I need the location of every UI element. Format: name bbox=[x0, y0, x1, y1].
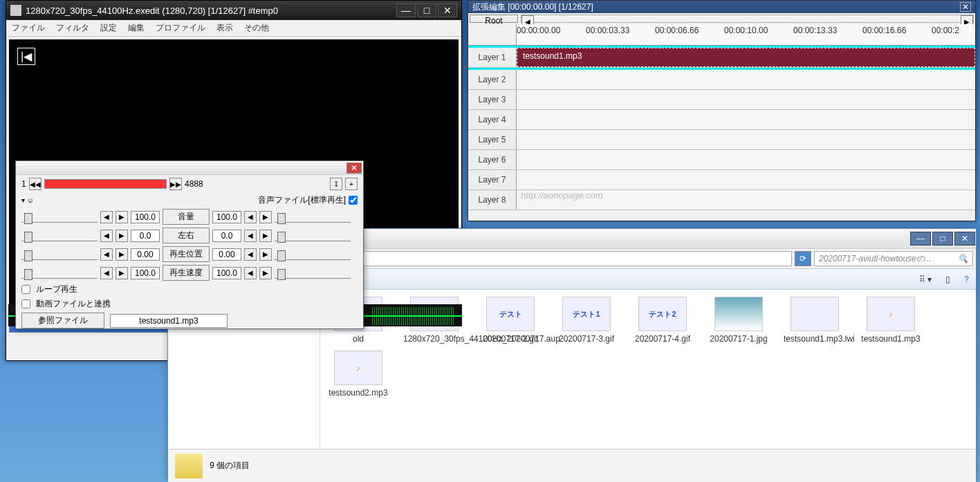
pos-slider-right[interactable] bbox=[275, 249, 351, 260]
audio-enable-checkbox[interactable] bbox=[349, 196, 358, 205]
volume-label-button[interactable]: 音量 bbox=[163, 209, 210, 225]
timeline-close-button[interactable]: ✕ bbox=[960, 2, 971, 12]
pan-label-button[interactable]: 左右 bbox=[163, 228, 210, 243]
layer-1-label[interactable]: Layer 1 bbox=[468, 48, 517, 67]
volume-inc-r-button[interactable]: ▶ bbox=[259, 211, 272, 223]
dialog-close-button[interactable]: ✕ bbox=[346, 163, 362, 174]
speed-inc-button[interactable]: ▶ bbox=[115, 267, 128, 279]
search-input[interactable]: 20200717-aviutl-howtouseの...🔍 bbox=[814, 251, 973, 266]
reference-file-button[interactable]: 参照ファイル bbox=[21, 313, 104, 328]
pan-slider-right[interactable] bbox=[275, 230, 351, 241]
speed-slider-right[interactable] bbox=[275, 268, 351, 279]
menu-filter[interactable]: フィルタ bbox=[56, 22, 89, 34]
link-checkbox[interactable] bbox=[21, 299, 30, 308]
menu-view[interactable]: 表示 bbox=[216, 22, 233, 34]
menu-file[interactable]: ファイル bbox=[12, 22, 45, 34]
layer-8-label[interactable]: Layer 8 bbox=[468, 190, 517, 210]
pos-slider-left[interactable] bbox=[21, 249, 98, 260]
ruler-spacer bbox=[468, 24, 517, 45]
layer-5-label[interactable]: Layer 5 bbox=[468, 130, 517, 149]
pos-value[interactable]: 0.00 bbox=[131, 248, 160, 261]
pos-inc-r-button[interactable]: ▶ bbox=[259, 248, 272, 261]
volume-dec-r-button[interactable]: ◀ bbox=[244, 211, 257, 223]
audio-clip[interactable]: testsound1.mp3 bbox=[517, 48, 975, 67]
explorer-maximize-button[interactable]: □ bbox=[932, 232, 953, 245]
timeline-titlebar[interactable]: 拡張編集 [00:00:00.00] [1/12627] ✕ bbox=[468, 1, 975, 13]
pos-inc-button[interactable]: ▶ bbox=[115, 248, 128, 261]
root-button[interactable]: Root bbox=[470, 15, 518, 23]
maximize-button[interactable]: □ bbox=[417, 3, 436, 17]
layer-4-track[interactable] bbox=[517, 110, 975, 129]
refresh-button[interactable]: ⟳ bbox=[795, 251, 811, 266]
layer-4-label[interactable]: Layer 4 bbox=[468, 110, 517, 129]
layer-2-label[interactable]: Layer 2 bbox=[468, 70, 517, 89]
volume-value-r[interactable]: 100.0 bbox=[212, 211, 241, 223]
volume-dec-button[interactable]: ◀ bbox=[100, 211, 113, 223]
layer-2-track[interactable] bbox=[517, 70, 975, 89]
menu-other[interactable]: その他 bbox=[244, 22, 269, 34]
pan-inc-r-button[interactable]: ▶ bbox=[259, 230, 272, 242]
file-item[interactable]: テスト120200717-3.gif bbox=[555, 297, 618, 344]
pos-label-button[interactable]: 再生位置 bbox=[163, 246, 210, 262]
file-thumb: テスト bbox=[486, 297, 535, 331]
add-button[interactable]: + bbox=[345, 178, 358, 190]
clip-frame-bar[interactable] bbox=[44, 179, 167, 189]
pan-slider-left[interactable] bbox=[21, 230, 98, 241]
tick-4: 00:00:13.33 bbox=[793, 26, 837, 35]
speed-dec-r-button[interactable]: ◀ bbox=[244, 267, 257, 279]
file-item[interactable]: 20200717-1.jpg bbox=[708, 297, 770, 344]
layer-6-label[interactable]: Layer 6 bbox=[468, 150, 517, 169]
speed-value-r[interactable]: 100.0 bbox=[212, 267, 241, 279]
layer-3-label[interactable]: Layer 3 bbox=[468, 90, 517, 109]
volume-slider-right[interactable] bbox=[275, 212, 351, 223]
layer-8-track[interactable]: http://aonopage.com bbox=[517, 190, 975, 210]
volume-value[interactable]: 100.0 bbox=[131, 211, 160, 223]
layer-5-track[interactable] bbox=[517, 130, 975, 149]
file-name: testsound1.mp3 bbox=[860, 334, 922, 344]
timeline-title: 拡張編集 [00:00:00.00] [1/12627] bbox=[472, 1, 593, 13]
layer-7-label[interactable]: Layer 7 bbox=[468, 170, 517, 189]
speed-inc-r-button[interactable]: ▶ bbox=[259, 267, 272, 279]
pan-inc-button[interactable]: ▶ bbox=[115, 230, 128, 242]
pan-dec-button[interactable]: ◀ bbox=[100, 230, 113, 242]
layer-1-track[interactable]: testsound1.mp3 bbox=[517, 48, 975, 67]
file-item[interactable]: テスト220200717-4.gif bbox=[631, 297, 694, 344]
file-item[interactable]: ♪testsound1.mp3 bbox=[860, 297, 922, 344]
pos-dec-button[interactable]: ◀ bbox=[100, 248, 113, 261]
close-button[interactable]: ✕ bbox=[438, 3, 457, 17]
frame-start-back-button[interactable]: ◀◀ bbox=[29, 178, 41, 190]
file-item[interactable]: ♪testsound2.mp3 bbox=[327, 351, 389, 398]
file-item[interactable]: テスト20200717-2.gif bbox=[479, 297, 542, 344]
volume-slider-left[interactable] bbox=[21, 212, 98, 223]
pan-dec-r-button[interactable]: ◀ bbox=[244, 230, 257, 242]
minimize-button[interactable]: — bbox=[396, 3, 416, 17]
layer-6-track[interactable] bbox=[517, 150, 975, 169]
view-options-icon[interactable]: ⠿ ▾ bbox=[919, 275, 932, 284]
file-item[interactable]: testsound1.mp3.lwi bbox=[784, 297, 846, 344]
preview-pane-icon[interactable]: ▯ bbox=[945, 275, 950, 284]
explorer-minimize-button[interactable]: — bbox=[910, 232, 931, 245]
loop-checkbox[interactable] bbox=[21, 285, 30, 294]
speed-value[interactable]: 100.0 bbox=[131, 267, 160, 279]
frame-end-fwd-button[interactable]: ▶▶ bbox=[169, 178, 182, 190]
menu-profile[interactable]: プロファイル bbox=[156, 22, 205, 34]
speed-label-button[interactable]: 再生速度 bbox=[163, 265, 210, 281]
pan-value-r[interactable]: 0.0 bbox=[212, 230, 241, 242]
pos-value-r[interactable]: 0.00 bbox=[212, 248, 241, 261]
rewind-marker-icon[interactable]: |◀ bbox=[17, 48, 35, 65]
layer-down-button[interactable]: ↧ bbox=[330, 178, 342, 190]
dialog-titlebar[interactable]: ✕ bbox=[16, 161, 363, 175]
time-ruler[interactable]: 00:00:00.00 00:00:03.33 00:00:06.66 00:0… bbox=[517, 24, 975, 45]
speed-slider-left[interactable] bbox=[21, 268, 98, 279]
menu-edit[interactable]: 編集 bbox=[128, 22, 145, 34]
speed-dec-button[interactable]: ◀ bbox=[100, 267, 113, 279]
pan-value[interactable]: 0.0 bbox=[131, 230, 160, 242]
help-icon[interactable]: ? bbox=[964, 275, 969, 284]
aviutl-titlebar[interactable]: 1280x720_30fps_44100Hz.exedit (1280,720)… bbox=[6, 1, 461, 20]
explorer-close-button[interactable]: ✕ bbox=[954, 232, 975, 245]
audio-properties-dialog: ✕ 1 ◀◀ ▶▶ 4888 ↧ + ▾ ☺ 音声ファイル[標準再生] ◀ ▶ … bbox=[15, 160, 364, 329]
layer-3-track[interactable] bbox=[517, 90, 975, 109]
menu-settings[interactable]: 設定 bbox=[100, 22, 117, 34]
volume-inc-button[interactable]: ▶ bbox=[115, 211, 128, 223]
pos-dec-r-button[interactable]: ◀ bbox=[244, 248, 257, 261]
